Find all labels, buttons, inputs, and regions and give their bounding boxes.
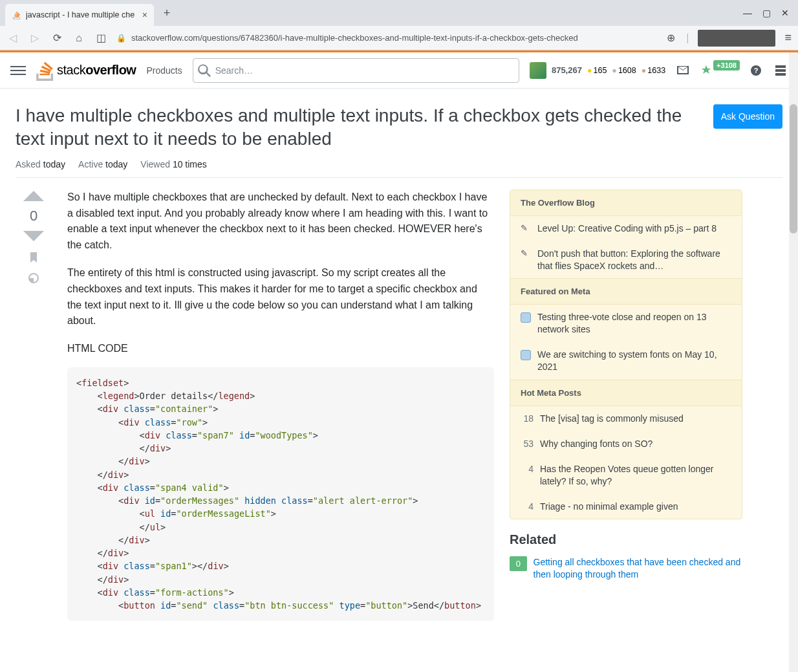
upvote-icon[interactable] — [22, 190, 45, 202]
silver-badge-count: 1608 — [612, 66, 636, 75]
site-topbar: stackoverflow Products 875,267 165 1608 … — [0, 52, 798, 89]
browser-toolbar: ◁ ▷ ⟳ ⌂ ◫ 🔒 stackoverflow.com/questions/… — [0, 26, 798, 50]
achievements-icon[interactable]: +3108 — [700, 65, 739, 76]
menu-toggle-icon[interactable] — [10, 63, 26, 78]
asked-label: Asked — [16, 159, 41, 169]
address-bar[interactable]: 🔒 stackoverflow.com/questions/67482360/i… — [116, 33, 655, 43]
related-item[interactable]: 0 Getting all checkboxes that have been … — [510, 556, 742, 580]
bulletin-header: Featured on Meta — [510, 278, 742, 305]
vote-column: 0 — [16, 190, 52, 622]
reload-icon[interactable]: ⟳ — [50, 32, 63, 44]
pencil-icon: ✎ — [521, 222, 531, 235]
bulletin-link[interactable]: Has the Reopen Votes queue gotten longer… — [540, 463, 731, 488]
viewed-label: Viewed — [140, 159, 170, 169]
meta-icon — [521, 350, 531, 360]
achievements-badge: +3108 — [713, 60, 740, 70]
new-tab-button[interactable]: + — [158, 4, 176, 22]
zoom-icon[interactable]: ⊕ — [664, 32, 677, 44]
stackoverflow-favicon-icon — [12, 10, 22, 20]
bulletin-item[interactable]: Testing three-vote close and reopen on 1… — [510, 305, 742, 342]
home-icon[interactable]: ⌂ — [72, 32, 85, 44]
question-meta: Asked today Active today Viewed 10 times — [16, 159, 782, 178]
stackoverflow-logo[interactable]: stackoverflow — [36, 60, 136, 81]
inbox-icon[interactable] — [676, 63, 690, 78]
url-text: stackoverflow.com/questions/67482360/i-h… — [131, 33, 578, 43]
bulletin-link[interactable]: Triage - no minimal example given — [540, 501, 678, 513]
hot-votes: 4 — [521, 463, 534, 488]
vote-count: 0 — [30, 208, 38, 224]
sidebar: The Overflow Blog ✎Level Up: Creative Co… — [510, 190, 742, 622]
hot-votes: 18 — [521, 413, 534, 425]
code-heading: HTML CODE — [67, 341, 494, 357]
bulletin-item[interactable]: 18The [visa] tag is commonly misused — [510, 406, 742, 431]
svg-rect-2 — [775, 65, 786, 68]
bulletin-item[interactable]: 4Has the Reopen Votes queue gotten longe… — [510, 457, 742, 494]
question-title: I have multiple checkboxes and multiple … — [16, 104, 703, 151]
bulletin-link[interactable]: The [visa] tag is commonly misused — [540, 413, 684, 425]
bulletin-link[interactable]: Testing three-vote close and reopen on 1… — [537, 311, 731, 336]
bulletin-item[interactable]: 4Triage - no minimal example given — [510, 494, 742, 519]
back-icon[interactable]: ◁ — [6, 32, 19, 44]
lock-icon: 🔒 — [116, 34, 126, 43]
bulletin-box: The Overflow Blog ✎Level Up: Creative Co… — [510, 190, 742, 520]
code-block[interactable]: <fieldset> <legend>Order details</legend… — [67, 367, 494, 622]
active-value: today — [105, 159, 127, 169]
window-controls: — ▢ ✕ — [743, 8, 793, 18]
search-input[interactable] — [193, 58, 519, 83]
bulletin-link[interactable]: Why changing fonts on SO? — [540, 438, 652, 450]
bulletin-item[interactable]: ✎Level Up: Creative Coding with p5.js – … — [510, 216, 742, 241]
help-icon[interactable]: ? — [749, 63, 763, 78]
close-window-icon[interactable]: ✕ — [781, 8, 789, 18]
logo-text: stackoverflow — [57, 63, 136, 78]
gold-badge-count: 165 — [587, 66, 607, 75]
pencil-icon: ✎ — [521, 248, 531, 272]
products-link[interactable]: Products — [146, 65, 182, 76]
bookmark-icon[interactable] — [28, 252, 39, 263]
svg-rect-3 — [775, 69, 786, 72]
meta-icon — [521, 312, 531, 323]
post-paragraph: The entirety of this html is constructed… — [67, 265, 494, 329]
community-icon[interactable] — [773, 63, 788, 78]
hot-votes: 4 — [521, 501, 534, 513]
bulletin-item[interactable]: 53Why changing fonts on SO? — [510, 431, 742, 457]
related-link[interactable]: Getting all checkboxes that have been ch… — [534, 556, 742, 580]
bulletin-link[interactable]: Don't push that button: Exploring the so… — [537, 248, 731, 272]
extension-area[interactable] — [698, 30, 775, 47]
downvote-icon[interactable] — [22, 230, 45, 243]
browser-tab-strip: javascript - I have multiple che × + — ▢… — [0, 0, 798, 26]
search-icon — [198, 64, 211, 77]
scrollbar-thumb[interactable] — [790, 104, 797, 233]
bronze-badge-count: 1633 — [642, 66, 665, 75]
bulletin-header: The Overflow Blog — [510, 190, 742, 216]
bulletin-link[interactable]: We are switching to system fonts on May … — [537, 349, 731, 373]
minimize-icon[interactable]: — — [743, 8, 752, 18]
browser-tab[interactable]: javascript - I have multiple che × — [5, 4, 154, 26]
post-paragraph: So I have multiple checkboxes that are u… — [67, 190, 494, 254]
bulletin-item[interactable]: We are switching to system fonts on May … — [510, 342, 742, 380]
search-wrapper — [193, 58, 519, 83]
avatar[interactable] — [530, 62, 546, 79]
hot-votes: 53 — [521, 438, 534, 450]
related-score: 0 — [510, 556, 527, 571]
separator: | — [686, 32, 689, 44]
asked-value: today — [43, 159, 65, 169]
bulletin-item[interactable]: ✎Don't push that button: Exploring the s… — [510, 241, 742, 279]
reader-icon[interactable]: ◫ — [94, 32, 107, 44]
reputation[interactable]: 875,267 — [552, 65, 582, 75]
maximize-icon[interactable]: ▢ — [762, 8, 771, 18]
bulletin-header: Hot Meta Posts — [510, 380, 742, 406]
ask-question-button[interactable]: Ask Question — [713, 104, 782, 129]
svg-text:?: ? — [754, 67, 759, 74]
post-body: So I have multiple checkboxes that are u… — [67, 190, 494, 622]
related-header: Related — [510, 532, 742, 547]
browser-menu-icon[interactable]: ≡ — [784, 31, 792, 45]
forward-icon[interactable]: ▷ — [28, 32, 41, 44]
timeline-icon[interactable] — [28, 272, 39, 284]
user-area: 875,267 165 1608 1633 — [530, 62, 665, 79]
bulletin-link[interactable]: Level Up: Creative Coding with p5.js – p… — [537, 222, 717, 235]
tab-close-icon[interactable]: × — [142, 10, 147, 20]
svg-rect-4 — [775, 73, 786, 76]
tab-title: javascript - I have multiple che — [26, 10, 138, 19]
scrollbar[interactable] — [789, 52, 798, 672]
active-label: Active — [78, 159, 103, 169]
